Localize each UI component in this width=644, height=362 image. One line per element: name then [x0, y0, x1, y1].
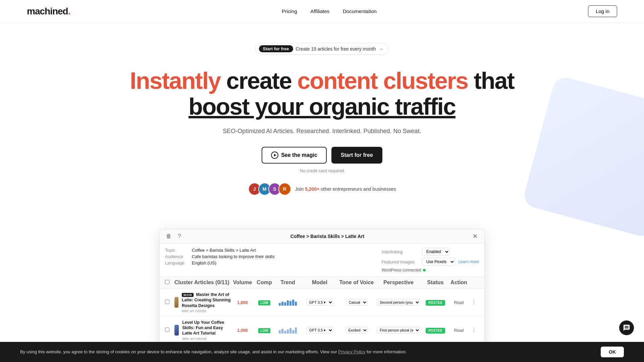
title-word-instantly: Instantly [130, 68, 220, 94]
avatar-4: R [278, 183, 291, 195]
title-line2: boost your organic traffic [189, 94, 455, 120]
row1-more[interactable]: ⋮ [469, 299, 479, 305]
row2-trend [274, 327, 301, 334]
row2-perspective: First person plural (we, u... [375, 327, 422, 334]
cookie-ok-button[interactable]: OK [601, 347, 624, 357]
meta-interlinking-label: Interlinking [382, 249, 419, 254]
row1-thumb [174, 297, 178, 308]
meta-language-row: Language English (US) [165, 260, 274, 265]
cookie-banner: By using this website, you agree to the … [0, 342, 644, 362]
row1-article: MAIN Master the Art of Latte: Creating S… [174, 292, 231, 313]
demo-meta-left: Topic Coffee > Barista Skills > Latte Ar… [165, 248, 274, 273]
meta-audience-value: Cafe baristas looking to improve their s… [192, 254, 274, 259]
meta-audience-label: Audience [165, 254, 189, 259]
row1-action[interactable]: Read [449, 299, 469, 305]
title-word-content-clusters: content clusters [297, 68, 468, 94]
navbar: machined. Pricing Affiliates Documentati… [0, 0, 644, 23]
banner-pill[interactable]: Start for free Create 15 articles for fr… [255, 43, 389, 55]
pill-label: Start for free [259, 45, 293, 52]
col-tone-header: Tone of Voice [338, 280, 375, 286]
col-articles-header: Cluster Articles (0/11) [174, 280, 231, 286]
col-check-header [165, 280, 174, 286]
nav-documentation[interactable]: Documentation [343, 8, 377, 14]
play-icon [271, 152, 278, 159]
row1-sub: latte art rosetta [182, 309, 231, 313]
row2-model-select[interactable]: GPT 3.5 ▾ [306, 327, 333, 334]
col-model-header: Model [301, 280, 338, 286]
social-count: 5,200+ [305, 186, 319, 192]
col-comp-header: Comp [254, 280, 274, 286]
trash-icon[interactable]: 🗑 [165, 233, 172, 240]
select-all-checkbox[interactable] [165, 280, 169, 284]
pill-text: Create 15 articles for free every month [296, 46, 376, 52]
cookie-text: By using this website, you agree to the … [20, 349, 407, 355]
demo-header-left: 🗑 ? [165, 233, 183, 240]
demo-header-title: Coffee > Barista Skills > Latte Art [290, 234, 364, 239]
row1-perspective-select[interactable]: Second person (you, your... [377, 299, 420, 306]
demo-meta-right: Interlinking Enabled Featured Images Use… [382, 248, 479, 273]
row1-comp: LOW [254, 299, 274, 305]
row2-status: POSTED [422, 327, 449, 333]
row2-thumb [174, 325, 179, 336]
row2-action[interactable]: Read [449, 327, 469, 333]
table-header: Cluster Articles (0/11) Volume Comp Tren… [160, 277, 484, 289]
meta-audience-row: Audience Cafe baristas looking to improv… [165, 254, 274, 259]
images-select[interactable]: Use Pexels [422, 258, 455, 266]
privacy-policy-link[interactable]: Privacy Policy [338, 349, 365, 354]
chat-widget-button[interactable] [619, 320, 634, 335]
chat-icon [623, 324, 630, 331]
meta-language-value: English (US) [192, 260, 216, 265]
row2-info: Level Up Your Coffee Skills: Fun and Eas… [182, 320, 231, 341]
meta-language-label: Language [165, 260, 189, 265]
row1-status: POSTED [422, 299, 449, 305]
row2-more[interactable]: ⋮ [469, 327, 479, 333]
wp-connected-dot [423, 269, 426, 272]
hero-title: Instantly create content clusters that b… [13, 68, 631, 120]
col-action-header: Action [449, 280, 469, 286]
help-icon[interactable]: ? [176, 233, 183, 240]
demo-header: 🗑 ? Coffee > Barista Skills > Latte Art … [160, 229, 484, 244]
nav-links: Pricing Affiliates Documentation [282, 8, 377, 14]
row1-checkbox[interactable] [165, 300, 169, 304]
row2-model: GPT 3.5 ▾ [301, 327, 338, 334]
row1-volume: 1,600 [231, 299, 254, 305]
meta-images-row: Featured Images Use Pexels Learn more [382, 258, 479, 266]
table-row: MAIN Master the Art of Latte: Creating S… [160, 289, 484, 316]
col-perspective-header: Perspective [375, 280, 422, 286]
demo-meta: Topic Coffee > Barista Skills > Latte Ar… [160, 244, 484, 277]
interlinking-select[interactable]: Enabled [422, 248, 450, 256]
row1-model-select[interactable]: GPT 3.5 ▾ [306, 299, 333, 306]
learn-more-link[interactable]: Learn more [459, 259, 479, 264]
row1-model: GPT 3.5 ▾ [301, 299, 338, 306]
arrow-icon: → [378, 46, 383, 52]
start-free-button[interactable]: Start for free [331, 147, 382, 164]
login-button[interactable]: Log in [588, 5, 617, 17]
meta-topic-row: Topic Coffee > Barista Skills > Latte Ar… [165, 248, 274, 253]
col-trend-header: Trend [274, 280, 301, 286]
table-row: Level Up Your Coffee Skills: Fun and Eas… [160, 316, 484, 344]
title-word-that: that [474, 68, 514, 94]
hero-subtitle: SEO-Optimized AI Articles. Researched. I… [13, 128, 631, 135]
meta-images-label: Featured Images [382, 259, 419, 264]
avatar-group: J M S R [248, 183, 291, 195]
social-text: Join 5,200+ other entrepreneurs and busi… [295, 186, 396, 192]
close-icon[interactable]: ✕ [472, 233, 479, 240]
row2-tone-select[interactable]: Excited [345, 327, 368, 334]
row2-checkbox[interactable] [165, 327, 169, 332]
see-magic-label: See the magic [281, 152, 317, 158]
row2-tone: Excited [338, 327, 375, 334]
row2-article: Level Up Your Coffee Skills: Fun and Eas… [174, 320, 231, 341]
logo[interactable]: machined. [27, 6, 70, 17]
wp-connected-status: WordPress connected [382, 268, 427, 273]
row1-perspective: Second person (you, your... [375, 299, 422, 306]
see-magic-button[interactable]: See the magic [262, 147, 327, 164]
row2-perspective-select[interactable]: First person plural (we, u... [377, 327, 420, 334]
col-status-header: Status [422, 280, 449, 286]
row1-tone-select[interactable]: Casual [346, 299, 368, 306]
nav-affiliates[interactable]: Affiliates [311, 8, 329, 14]
nav-pricing[interactable]: Pricing [282, 8, 297, 14]
row2-volume: 1,000 [231, 327, 254, 333]
title-word-create: create [226, 68, 298, 94]
row2-comp: LOW [254, 327, 274, 333]
hero-section: Start for free Create 15 articles for fr… [0, 23, 644, 229]
